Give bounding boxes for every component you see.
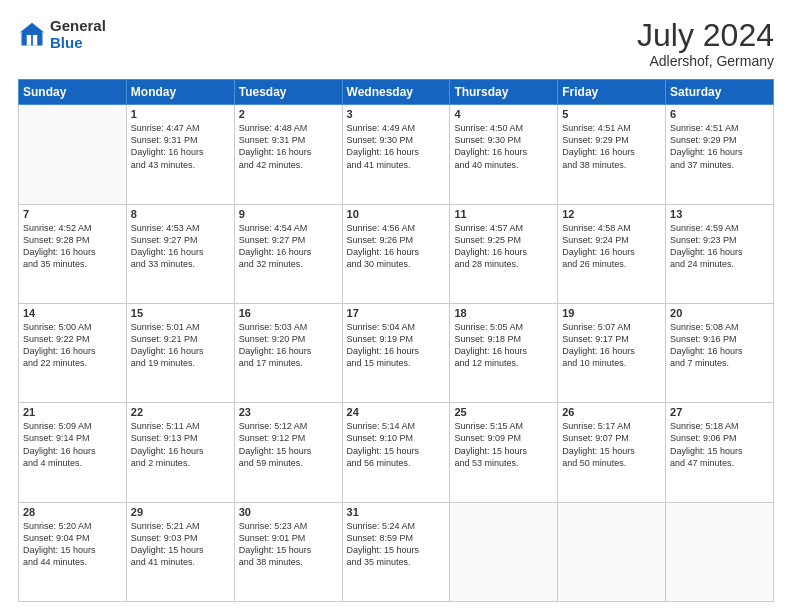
day-number: 3 <box>347 108 446 120</box>
day-info: Sunrise: 4:57 AMSunset: 9:25 PMDaylight:… <box>454 222 553 271</box>
table-row: 18Sunrise: 5:05 AMSunset: 9:18 PMDayligh… <box>450 303 558 402</box>
svg-marker-0 <box>22 24 43 45</box>
table-row: 16Sunrise: 5:03 AMSunset: 9:20 PMDayligh… <box>234 303 342 402</box>
day-number: 21 <box>23 406 122 418</box>
col-header-monday: Monday <box>126 80 234 105</box>
table-row: 12Sunrise: 4:58 AMSunset: 9:24 PMDayligh… <box>558 204 666 303</box>
table-row: 22Sunrise: 5:11 AMSunset: 9:13 PMDayligh… <box>126 403 234 502</box>
table-row: 13Sunrise: 4:59 AMSunset: 9:23 PMDayligh… <box>666 204 774 303</box>
logo-icon <box>18 21 46 49</box>
day-number: 25 <box>454 406 553 418</box>
logo-blue-text: Blue <box>50 35 106 52</box>
table-row: 28Sunrise: 5:20 AMSunset: 9:04 PMDayligh… <box>19 502 127 601</box>
day-info: Sunrise: 5:21 AMSunset: 9:03 PMDaylight:… <box>131 520 230 569</box>
day-number: 1 <box>131 108 230 120</box>
day-number: 8 <box>131 208 230 220</box>
table-row: 20Sunrise: 5:08 AMSunset: 9:16 PMDayligh… <box>666 303 774 402</box>
day-info: Sunrise: 5:15 AMSunset: 9:09 PMDaylight:… <box>454 420 553 469</box>
day-info: Sunrise: 5:09 AMSunset: 9:14 PMDaylight:… <box>23 420 122 469</box>
table-row: 1Sunrise: 4:47 AMSunset: 9:31 PMDaylight… <box>126 105 234 204</box>
header: General Blue July 2024 Adlershof, German… <box>18 18 774 69</box>
day-info: Sunrise: 5:14 AMSunset: 9:10 PMDaylight:… <box>347 420 446 469</box>
day-number: 6 <box>670 108 769 120</box>
logo: General Blue <box>18 18 106 51</box>
table-row: 2Sunrise: 4:48 AMSunset: 9:31 PMDaylight… <box>234 105 342 204</box>
table-row: 25Sunrise: 5:15 AMSunset: 9:09 PMDayligh… <box>450 403 558 502</box>
calendar-table: Sunday Monday Tuesday Wednesday Thursday… <box>18 79 774 602</box>
table-row: 15Sunrise: 5:01 AMSunset: 9:21 PMDayligh… <box>126 303 234 402</box>
day-number: 16 <box>239 307 338 319</box>
location: Adlershof, Germany <box>637 53 774 69</box>
day-number: 20 <box>670 307 769 319</box>
table-row: 30Sunrise: 5:23 AMSunset: 9:01 PMDayligh… <box>234 502 342 601</box>
table-row: 26Sunrise: 5:17 AMSunset: 9:07 PMDayligh… <box>558 403 666 502</box>
svg-rect-3 <box>33 35 37 46</box>
day-info: Sunrise: 5:07 AMSunset: 9:17 PMDaylight:… <box>562 321 661 370</box>
day-info: Sunrise: 4:51 AMSunset: 9:29 PMDaylight:… <box>670 122 769 171</box>
day-info: Sunrise: 5:11 AMSunset: 9:13 PMDaylight:… <box>131 420 230 469</box>
calendar-header-row: Sunday Monday Tuesday Wednesday Thursday… <box>19 80 774 105</box>
day-number: 9 <box>239 208 338 220</box>
table-row <box>558 502 666 601</box>
col-header-wednesday: Wednesday <box>342 80 450 105</box>
day-number: 14 <box>23 307 122 319</box>
table-row: 19Sunrise: 5:07 AMSunset: 9:17 PMDayligh… <box>558 303 666 402</box>
title-block: July 2024 Adlershof, Germany <box>637 18 774 69</box>
day-info: Sunrise: 5:05 AMSunset: 9:18 PMDaylight:… <box>454 321 553 370</box>
day-info: Sunrise: 5:23 AMSunset: 9:01 PMDaylight:… <box>239 520 338 569</box>
table-row: 7Sunrise: 4:52 AMSunset: 9:28 PMDaylight… <box>19 204 127 303</box>
day-number: 18 <box>454 307 553 319</box>
day-info: Sunrise: 4:52 AMSunset: 9:28 PMDaylight:… <box>23 222 122 271</box>
table-row: 10Sunrise: 4:56 AMSunset: 9:26 PMDayligh… <box>342 204 450 303</box>
calendar-week-row: 7Sunrise: 4:52 AMSunset: 9:28 PMDaylight… <box>19 204 774 303</box>
table-row: 11Sunrise: 4:57 AMSunset: 9:25 PMDayligh… <box>450 204 558 303</box>
day-number: 17 <box>347 307 446 319</box>
day-info: Sunrise: 4:59 AMSunset: 9:23 PMDaylight:… <box>670 222 769 271</box>
logo-text: General Blue <box>50 18 106 51</box>
day-info: Sunrise: 5:12 AMSunset: 9:12 PMDaylight:… <box>239 420 338 469</box>
day-number: 4 <box>454 108 553 120</box>
table-row: 24Sunrise: 5:14 AMSunset: 9:10 PMDayligh… <box>342 403 450 502</box>
day-info: Sunrise: 5:04 AMSunset: 9:19 PMDaylight:… <box>347 321 446 370</box>
day-info: Sunrise: 5:08 AMSunset: 9:16 PMDaylight:… <box>670 321 769 370</box>
day-number: 29 <box>131 506 230 518</box>
table-row: 3Sunrise: 4:49 AMSunset: 9:30 PMDaylight… <box>342 105 450 204</box>
day-number: 10 <box>347 208 446 220</box>
day-info: Sunrise: 4:50 AMSunset: 9:30 PMDaylight:… <box>454 122 553 171</box>
day-info: Sunrise: 4:54 AMSunset: 9:27 PMDaylight:… <box>239 222 338 271</box>
calendar-week-row: 28Sunrise: 5:20 AMSunset: 9:04 PMDayligh… <box>19 502 774 601</box>
day-number: 19 <box>562 307 661 319</box>
table-row: 4Sunrise: 4:50 AMSunset: 9:30 PMDaylight… <box>450 105 558 204</box>
col-header-tuesday: Tuesday <box>234 80 342 105</box>
col-header-thursday: Thursday <box>450 80 558 105</box>
day-info: Sunrise: 5:00 AMSunset: 9:22 PMDaylight:… <box>23 321 122 370</box>
logo-general-text: General <box>50 18 106 35</box>
table-row: 14Sunrise: 5:00 AMSunset: 9:22 PMDayligh… <box>19 303 127 402</box>
table-row <box>666 502 774 601</box>
table-row: 5Sunrise: 4:51 AMSunset: 9:29 PMDaylight… <box>558 105 666 204</box>
day-number: 23 <box>239 406 338 418</box>
day-number: 31 <box>347 506 446 518</box>
day-info: Sunrise: 4:49 AMSunset: 9:30 PMDaylight:… <box>347 122 446 171</box>
day-number: 15 <box>131 307 230 319</box>
col-header-sunday: Sunday <box>19 80 127 105</box>
table-row: 17Sunrise: 5:04 AMSunset: 9:19 PMDayligh… <box>342 303 450 402</box>
table-row: 23Sunrise: 5:12 AMSunset: 9:12 PMDayligh… <box>234 403 342 502</box>
day-info: Sunrise: 4:53 AMSunset: 9:27 PMDaylight:… <box>131 222 230 271</box>
table-row <box>450 502 558 601</box>
day-number: 13 <box>670 208 769 220</box>
col-header-saturday: Saturday <box>666 80 774 105</box>
day-number: 27 <box>670 406 769 418</box>
day-number: 24 <box>347 406 446 418</box>
day-number: 5 <box>562 108 661 120</box>
day-info: Sunrise: 5:17 AMSunset: 9:07 PMDaylight:… <box>562 420 661 469</box>
svg-rect-2 <box>27 35 31 46</box>
calendar-week-row: 14Sunrise: 5:00 AMSunset: 9:22 PMDayligh… <box>19 303 774 402</box>
day-info: Sunrise: 4:58 AMSunset: 9:24 PMDaylight:… <box>562 222 661 271</box>
table-row: 31Sunrise: 5:24 AMSunset: 8:59 PMDayligh… <box>342 502 450 601</box>
day-number: 26 <box>562 406 661 418</box>
calendar-week-row: 21Sunrise: 5:09 AMSunset: 9:14 PMDayligh… <box>19 403 774 502</box>
day-info: Sunrise: 5:18 AMSunset: 9:06 PMDaylight:… <box>670 420 769 469</box>
day-info: Sunrise: 4:48 AMSunset: 9:31 PMDaylight:… <box>239 122 338 171</box>
calendar-week-row: 1Sunrise: 4:47 AMSunset: 9:31 PMDaylight… <box>19 105 774 204</box>
